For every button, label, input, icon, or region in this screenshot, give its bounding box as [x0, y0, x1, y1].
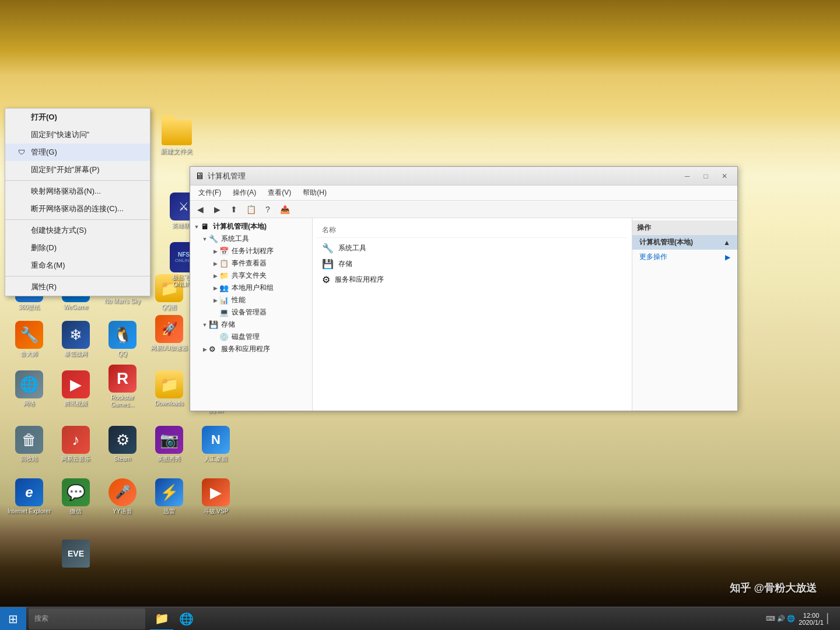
context-menu-properties[interactable]: 属性(R) [5, 278, 150, 296]
context-menu-map-drive-label: 映射网络驱动器(N)... [31, 186, 101, 197]
help-button[interactable]: ? [260, 202, 275, 216]
desktop-icon-wechat[interactable]: 💬 微信 [52, 478, 99, 515]
tree-event-viewer[interactable]: ▶ 📋 事件查看器 [190, 257, 312, 270]
taskbar-file-explorer[interactable]: 📁 [150, 607, 173, 631]
desktop-icon-meitu[interactable]: 📷 美图秀秀 [146, 426, 192, 463]
desktop-icon-rockstar[interactable]: R Rockstar Games... [99, 365, 146, 408]
tree-storage[interactable]: ▼ 💾 存储 [190, 318, 312, 331]
taskbar-edge[interactable]: 🌐 [174, 607, 198, 631]
maximize-button[interactable]: □ [698, 170, 714, 183]
tree-performance-icon: 📊 [219, 296, 230, 304]
tree-root[interactable]: ▼ 🖥 计算机管理(本地) [190, 220, 312, 233]
icon-label-360: 360壁纸 [19, 304, 40, 311]
shortcut-icon [17, 226, 26, 235]
content-row-services[interactable]: ⚙ 服务和应用程序 [317, 272, 627, 288]
forward-button[interactable]: ▶ [209, 202, 225, 216]
map-drive-icon [17, 187, 26, 196]
context-menu-map-drive[interactable]: 映射网络驱动器(N)... [5, 183, 150, 200]
desktop-icon-baozhan[interactable]: ❄ 暴雪战网 [52, 321, 99, 358]
properties-icon [17, 282, 26, 292]
desktop-icon-eve[interactable]: EVE [52, 540, 99, 568]
desktop-icon-ludashi[interactable]: 🔧 鲁大师 [6, 321, 52, 358]
tree-performance-label: 性能 [232, 295, 246, 305]
context-menu-manage[interactable]: 🛡 管理(G) [5, 144, 150, 161]
context-menu-pin-start-label: 固定到"开始"屏幕(P) [31, 164, 100, 175]
icon-img-wechat: 💬 [62, 478, 90, 506]
show-hide-button[interactable]: 📋 [243, 202, 258, 216]
desktop-new-folder[interactable]: 新建文件夹 [160, 120, 192, 156]
icon-label-douluo: 斗破.VSP [204, 508, 229, 515]
actions-item-comp-mgmt[interactable]: 计算机管理(本地) ▲ [632, 235, 737, 250]
tree-shared-folders-label: 共享文件夹 [232, 271, 267, 281]
export-button[interactable]: 📤 [277, 202, 292, 216]
icon-label-downloads: Downloads [155, 400, 183, 407]
tree-task-scheduler-label: 任务计划程序 [232, 246, 274, 256]
context-menu-pin-start[interactable]: 固定到"开始"屏幕(P) [5, 161, 150, 178]
desktop-icon-douluo[interactable]: ▶ 斗破.VSP [192, 478, 239, 515]
tree-storage-icon: 💾 [209, 320, 219, 329]
menu-action[interactable]: 操作(A) [228, 187, 261, 199]
search-bar[interactable]: 搜索 [29, 608, 145, 629]
desktop-icon-uu[interactable]: 🚀 网易UU加速器 [146, 315, 192, 352]
desktop-icon-qq[interactable]: 🐧 QQ [99, 321, 146, 358]
tree-shared-folders[interactable]: ▶ 📁 共享文件夹 [190, 270, 312, 282]
close-button[interactable]: ✕ [716, 170, 733, 183]
desktop-icon-netease-music[interactable]: ♪ 网易云音乐 [52, 426, 99, 463]
desktop-icon-xunlei[interactable]: ⚡ 迅雷 [146, 478, 192, 515]
menu-file[interactable]: 文件(F) [194, 187, 226, 199]
desktop-icon-steam[interactable]: ⚙ Steam [99, 426, 146, 463]
context-menu-disconnect[interactable]: 断开网络驱动器的连接(C)... [5, 200, 150, 218]
context-menu-rename[interactable]: 重命名(M) [5, 257, 150, 274]
window-toolbar: ◀ ▶ ⬆ 📋 ? 📤 [190, 201, 737, 218]
minimize-button[interactable]: ─ [679, 170, 695, 183]
icon-img-downloads: 📁 [155, 370, 183, 398]
window-title-text: 计算机管理 [208, 171, 676, 181]
icon-label-netease-music: 网易云音乐 [61, 456, 90, 463]
content-row-storage[interactable]: 💾 存储 [317, 256, 627, 272]
icon-label-rockstar: Rockstar Games... [100, 394, 145, 408]
tree-services[interactable]: ▶ ⚙ 服务和应用程序 [190, 343, 312, 355]
icon-img-ludashi: 🔧 [15, 321, 43, 349]
tree-performance-arrow: ▶ [211, 298, 219, 303]
desktop-icon-ie[interactable]: e Internet Explorer [6, 478, 52, 515]
context-menu-shortcut[interactable]: 创建快捷方式(S) [5, 222, 150, 239]
icon-label-meitu: 美图秀秀 [158, 456, 181, 463]
content-row-system-tools[interactable]: 🔧 系统工具 [317, 240, 627, 256]
start-icon: ⊞ [8, 612, 18, 626]
desktop-icon-ai-desktop[interactable]: N 人工桌面 [192, 426, 239, 463]
menu-view[interactable]: 查看(V) [263, 187, 296, 199]
show-desktop-button[interactable]: ▏ [827, 613, 834, 624]
tree-task-scheduler-icon: 📅 [219, 247, 230, 256]
icon-label-nomanssky: No Man's Sky [104, 298, 140, 305]
tree-task-scheduler[interactable]: ▶ 📅 任务计划程序 [190, 245, 312, 257]
clock: 12:00 2020/1/1 [799, 612, 824, 626]
up-button[interactable]: ⬆ [226, 202, 242, 216]
tree-event-viewer-arrow: ▶ [211, 261, 219, 267]
desktop-icon-yy-voice[interactable]: 🎤 YY语音 [99, 478, 146, 515]
actions-comp-mgmt-arrow: ▲ [723, 239, 730, 247]
desktop-icon-downloads[interactable]: 📁 Downloads [146, 370, 192, 407]
menu-help[interactable]: 帮助(H) [298, 187, 331, 199]
icon-label-ai-desktop: 人工桌面 [204, 456, 228, 463]
tree-system-tools[interactable]: ▼ 🔧 系统工具 [190, 233, 312, 245]
desktop-icon-recycle[interactable]: 🗑 回收站 [6, 426, 52, 463]
tree-performance[interactable]: ▶ 📊 性能 [190, 294, 312, 306]
context-menu-delete-label: 删除(D) [31, 243, 57, 253]
desktop-icon-network[interactable]: 🌐 网络 [6, 370, 52, 407]
context-menu-open[interactable]: 打开(O) [5, 108, 150, 126]
tree-event-viewer-icon: 📋 [219, 259, 230, 268]
back-button[interactable]: ◀ [192, 202, 208, 216]
tree-local-users[interactable]: ▶ 👥 本地用户和组 [190, 282, 312, 294]
tree-disk-mgmt[interactable]: 💿 磁盘管理 [190, 331, 312, 343]
start-button[interactable]: ⊞ [0, 607, 26, 631]
tree-device-mgr[interactable]: 💻 设备管理器 [190, 306, 312, 318]
context-menu-shortcut-label: 创建快捷方式(S) [31, 225, 86, 236]
icon-img-meitu: 📷 [155, 426, 183, 454]
context-menu-delete[interactable]: 删除(D) [5, 239, 150, 257]
context-menu-manage-label: 管理(G) [31, 147, 57, 158]
desktop-icon-tencent-video[interactable]: ▶ 腾讯视频 [52, 370, 99, 407]
divider-2 [5, 219, 150, 220]
context-menu-pin-quick[interactable]: 固定到"快速访问" [5, 126, 150, 144]
divider-3 [5, 276, 150, 276]
actions-item-more[interactable]: 更多操作 ▶ [632, 250, 737, 264]
